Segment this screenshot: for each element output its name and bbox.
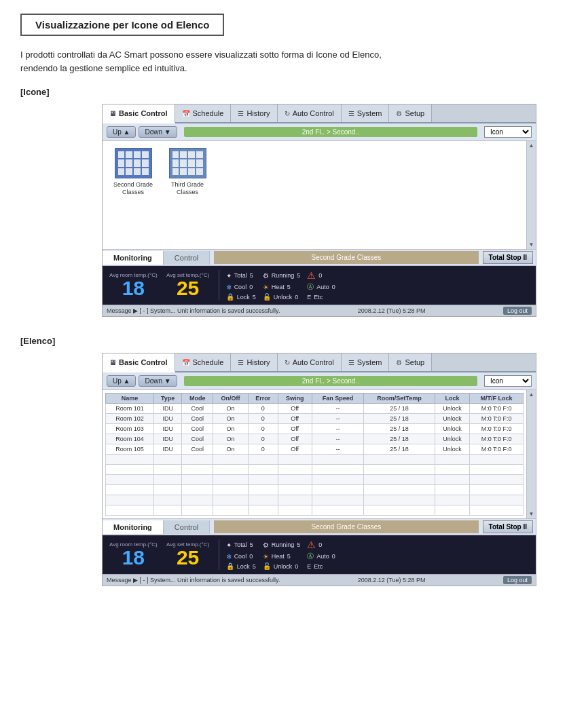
table-cell: M:0 T:0 F:0 bbox=[470, 404, 524, 414]
tab2-history[interactable]: ☰ History bbox=[231, 353, 277, 371]
control-tab-2[interactable]: Control bbox=[164, 520, 210, 534]
view-select[interactable]: Icon List bbox=[484, 126, 532, 138]
down-button-2[interactable]: Down ▼ bbox=[139, 375, 177, 387]
tab2-auto-control[interactable]: ↻ Auto Control bbox=[278, 353, 342, 371]
table-row[interactable]: Room 104IDUCoolOn0Off--25 / 18UnlockM:0 … bbox=[106, 434, 524, 444]
list-view-screenshot: 🖥 Basic Control 📅 Schedule ☰ History ↻ A… bbox=[102, 353, 536, 586]
col-fanspeed: Fan Speed bbox=[312, 394, 364, 404]
tab2-schedule[interactable]: 📅 Schedule bbox=[175, 353, 232, 371]
message-bar-2: Message ▶ [ - ] System... Unit informati… bbox=[103, 574, 536, 586]
tab-history[interactable]: ☰ History bbox=[231, 104, 277, 122]
scrollbar-2[interactable]: ▲ ▼ bbox=[526, 390, 536, 518]
table-cell: 0 bbox=[249, 424, 278, 434]
stats-area: Avg room temp.(°C) 18 Avg set temp.(°C) … bbox=[103, 266, 536, 305]
table-row[interactable]: Room 101IDUCoolOn0Off--25 / 18UnlockM:0 … bbox=[106, 404, 524, 414]
total-stop-button-2[interactable]: Total Stop II bbox=[483, 520, 533, 533]
tab2-setup[interactable]: ⚙ Setup bbox=[389, 353, 432, 371]
history-icon: ☰ bbox=[238, 110, 244, 117]
section2-label: [Elenco] bbox=[20, 336, 547, 346]
col-mtf: M/T/F Lock bbox=[470, 394, 524, 404]
page-title-box: Visualizzazione per Icone od Elenco bbox=[20, 14, 224, 36]
lock-icon-2: 🔒 bbox=[226, 562, 234, 570]
heat-stat-2: ☀ Heat 5 bbox=[263, 552, 301, 561]
scrollbar[interactable]: ▲ ▼ bbox=[526, 141, 536, 249]
lock-stat-2: 🔒 Lock 5 bbox=[226, 562, 256, 570]
table-cell: On bbox=[213, 414, 249, 424]
total-icon-2: ✦ bbox=[226, 541, 232, 549]
down-button[interactable]: Down ▼ bbox=[139, 126, 177, 138]
table-cell: 0 bbox=[249, 444, 278, 455]
message-text: Message ▶ [ - ] System... Unit informati… bbox=[107, 307, 280, 314]
table-cell: 0 bbox=[249, 414, 278, 424]
table-cell: -- bbox=[312, 424, 364, 434]
view-select-2[interactable]: Icon List bbox=[484, 375, 532, 387]
table-cell: IDU bbox=[154, 404, 182, 414]
tab-schedule[interactable]: 📅 Schedule bbox=[175, 104, 232, 122]
heat-icon: ☀ bbox=[263, 284, 269, 291]
monitor-icon: 🖥 bbox=[109, 110, 116, 117]
avg-room-value-2: 18 bbox=[122, 548, 145, 568]
table-cell: 25 / 18 bbox=[364, 414, 435, 424]
table-cell: M:0 T:0 F:0 bbox=[470, 444, 524, 455]
scroll-down-arrow[interactable]: ▼ bbox=[529, 242, 534, 248]
tab-basic-control[interactable]: 🖥 Basic Control bbox=[103, 104, 175, 123]
schedule-icon: 📅 bbox=[182, 110, 190, 117]
tab2-basic-control[interactable]: 🖥 Basic Control bbox=[103, 353, 175, 372]
icon-second-grade[interactable]: Second GradeClasses bbox=[109, 148, 157, 196]
scroll-up-arrow-2[interactable]: ▲ bbox=[529, 391, 534, 398]
table-cell: On bbox=[213, 424, 249, 434]
tab2-system[interactable]: ☰ System bbox=[342, 353, 390, 371]
schedule2-icon: 📅 bbox=[182, 359, 190, 366]
icon-third-grade[interactable]: Third GradeClasses bbox=[164, 148, 211, 196]
up-button-2[interactable]: Up ▲ bbox=[107, 375, 136, 387]
table-cell: On bbox=[213, 444, 249, 455]
col-temp: Room/SetTemp bbox=[364, 394, 435, 404]
control-tab[interactable]: Control bbox=[164, 251, 210, 265]
table-row[interactable]: Room 103IDUCoolOn0Off--25 / 18UnlockM:0 … bbox=[106, 424, 524, 434]
avg-room-value: 18 bbox=[122, 278, 145, 299]
table-cell: Cool bbox=[182, 444, 213, 455]
icon-label-1: Second GradeClasses bbox=[113, 181, 153, 196]
table-row[interactable]: Room 102IDUCoolOn0Off--25 / 18UnlockM:0 … bbox=[106, 414, 524, 424]
table-row-empty bbox=[106, 475, 524, 485]
col-name: Name bbox=[106, 394, 154, 404]
table-cell: Room 101 bbox=[106, 404, 154, 414]
cool-stat: ❄ Cool 0 bbox=[226, 282, 256, 292]
stats-grid-2: ✦ Total 5 ⚙ Running 5 ⚠ 0 ❄ Cool 0 ☀ Hea… bbox=[226, 539, 335, 570]
table-cell: Off bbox=[278, 414, 312, 424]
table-cell: Cool bbox=[182, 404, 213, 414]
table-cell: Off bbox=[278, 404, 312, 414]
table-cell: 25 / 18 bbox=[364, 434, 435, 444]
col-type: Type bbox=[154, 394, 182, 404]
table-cell: 25 / 18 bbox=[364, 404, 435, 414]
tab-system[interactable]: ☰ System bbox=[342, 104, 390, 122]
total-stop-button[interactable]: Total Stop II bbox=[483, 251, 533, 264]
tab-auto-control[interactable]: ↻ Auto Control bbox=[278, 104, 342, 122]
table-cell: 25 / 18 bbox=[364, 424, 435, 434]
monitoring-tab[interactable]: Monitoring bbox=[103, 251, 164, 265]
logout-button-2[interactable]: Log out bbox=[503, 576, 532, 584]
unlock-icon-2: 🔓 bbox=[263, 562, 271, 570]
table-row-empty bbox=[106, 485, 524, 495]
table-row-empty bbox=[106, 465, 524, 475]
monitoring-tab-2[interactable]: Monitoring bbox=[103, 520, 164, 534]
avg-room-temp-block-2: Avg room temp.(°C) 18 bbox=[109, 541, 158, 568]
tab-setup[interactable]: ⚙ Setup bbox=[389, 104, 432, 122]
table-cell: Off bbox=[278, 444, 312, 455]
scroll-up-arrow[interactable]: ▲ bbox=[529, 142, 534, 149]
col-error: Error bbox=[249, 394, 278, 404]
breadcrumb: 2nd Fl.. > Second.. bbox=[184, 127, 477, 137]
section1-label: [Icone] bbox=[20, 87, 547, 97]
table-cell: M:0 T:0 F:0 bbox=[470, 424, 524, 434]
table-row[interactable]: Room 105IDUCoolOn0Off--25 / 18UnlockM:0 … bbox=[106, 444, 524, 455]
logout-button[interactable]: Log out bbox=[503, 307, 532, 315]
auto-stat-icon-2: Ⓐ bbox=[307, 552, 314, 561]
system2-icon: ☰ bbox=[348, 359, 354, 366]
up-button[interactable]: Up ▲ bbox=[107, 126, 136, 138]
table-cell: IDU bbox=[154, 424, 182, 434]
table-cell: IDU bbox=[154, 434, 182, 444]
scroll-down-arrow-2[interactable]: ▼ bbox=[529, 511, 534, 517]
monitoring-tabs-row: Monitoring Control Second Grade Classes … bbox=[103, 250, 536, 266]
table-cell: -- bbox=[312, 404, 364, 414]
table-cell: Unlock bbox=[435, 434, 469, 444]
